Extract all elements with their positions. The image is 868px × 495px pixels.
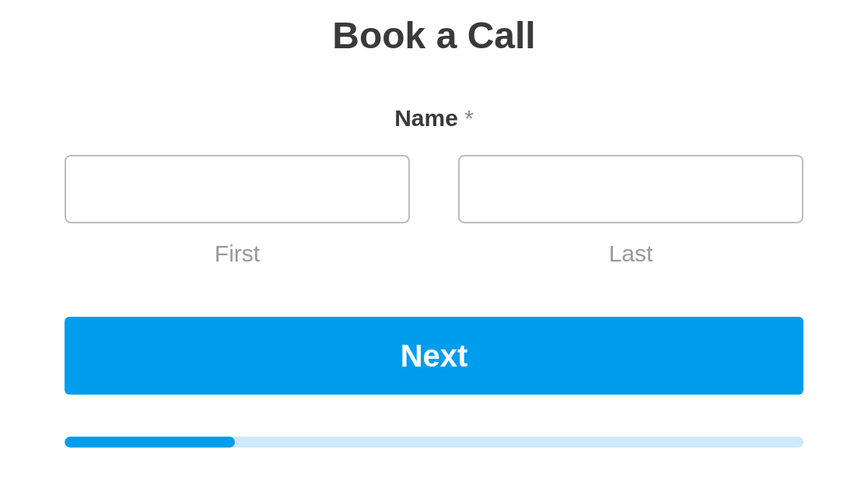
last-name-input[interactable] <box>458 155 803 223</box>
name-fields-row: First Last <box>65 155 803 267</box>
name-label: Name <box>394 105 458 131</box>
progress-bar-track <box>65 437 803 448</box>
form-container: Book a Call Name * First Last Next <box>65 0 803 448</box>
next-button[interactable]: Next <box>65 317 803 395</box>
progress-bar-fill <box>65 437 235 448</box>
last-name-column: Last <box>458 155 803 267</box>
page-title: Book a Call <box>332 14 535 57</box>
last-name-sublabel: Last <box>609 240 653 267</box>
first-name-column: First <box>65 155 410 267</box>
first-name-input[interactable] <box>65 155 410 223</box>
required-asterisk: * <box>464 105 474 131</box>
name-label-row: Name * <box>394 105 474 132</box>
first-name-sublabel: First <box>215 240 260 267</box>
